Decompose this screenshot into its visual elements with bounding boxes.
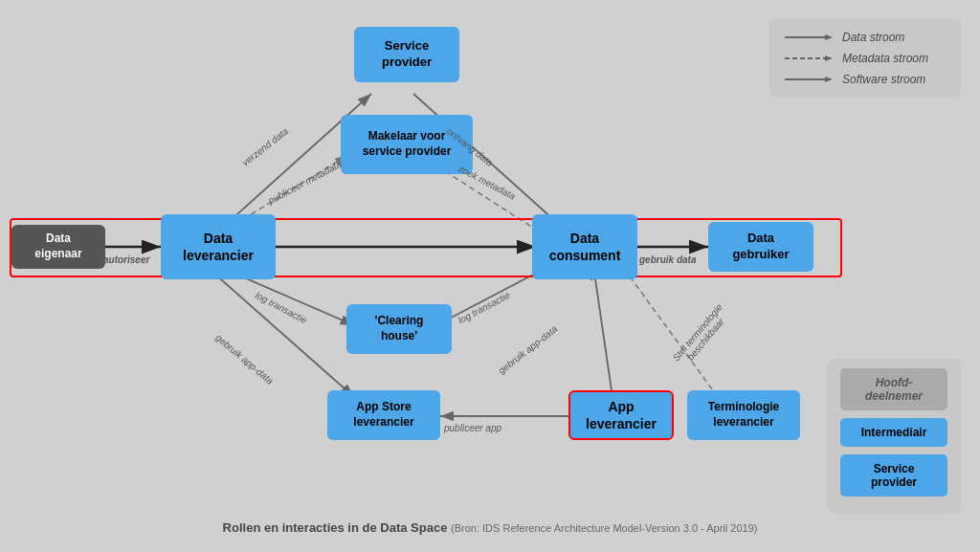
- diagram-container: Data eigenaar Data leverancier Data cons…: [0, 0, 980, 552]
- legend-metadata-stroom: Metadata stroom: [785, 52, 946, 65]
- label-gebruik-data: gebruik data: [639, 254, 696, 265]
- label-verzend-data: verzend data: [240, 125, 290, 167]
- label-autoriseer: autoriseer: [103, 254, 149, 265]
- node-service-provider: Service provider: [354, 27, 459, 82]
- node-data-leverancier: Data leverancier: [161, 214, 276, 279]
- footer-text: Rollen en interacties in de Data Space (…: [223, 520, 758, 535]
- svg-marker-18: [825, 34, 833, 40]
- role-intermediair: Intermediair: [840, 418, 947, 447]
- label-zoek-metadata: zoek metadata: [457, 163, 517, 202]
- node-data-eigenaar: Data eigenaar: [11, 225, 105, 269]
- legend-data-stroom: Data stroom: [785, 31, 946, 44]
- svg-line-13: [206, 266, 354, 397]
- role-hoofd-deelnemer: Hoofd-deelnemer: [840, 368, 947, 410]
- svg-marker-20: [825, 55, 833, 61]
- node-data-consument: Data consument: [532, 214, 637, 279]
- node-makelaar: Makelaar voor service provider: [341, 115, 473, 174]
- svg-line-15: [593, 266, 612, 397]
- label-gebruik-app-data-left: gebruik app-data: [213, 332, 276, 386]
- node-data-gebruiker: Data gebruiker: [708, 222, 813, 272]
- node-terminologie: Terminologie leverancier: [687, 390, 800, 440]
- label-publiceer-metadata: publiceer metadata: [266, 159, 343, 207]
- role-legend-box: Hoofd-deelnemer Intermediair Serviceprov…: [827, 359, 961, 514]
- legend-software-stroom: Software stroom: [785, 73, 946, 86]
- label-gebruik-app-data-right: gebruik app-data: [497, 323, 560, 376]
- svg-marker-22: [825, 77, 833, 82]
- role-service-provider: Serviceprovider: [840, 454, 947, 497]
- label-publiceer-app: publiceer app: [444, 423, 501, 433]
- node-app-leverancier: App leverancier: [568, 390, 674, 440]
- label-log-transactie-right: log transactie: [457, 290, 512, 326]
- node-app-store: App Store leverancier: [327, 390, 440, 440]
- legend-box: Data stroom Metadata stroom Software str…: [769, 19, 961, 98]
- label-stel-terminologie: Stel terminologie beschikbaar: [666, 296, 738, 375]
- node-clearing-house: 'Clearing house': [346, 304, 452, 354]
- label-log-transactie-left: log transactie: [254, 290, 309, 326]
